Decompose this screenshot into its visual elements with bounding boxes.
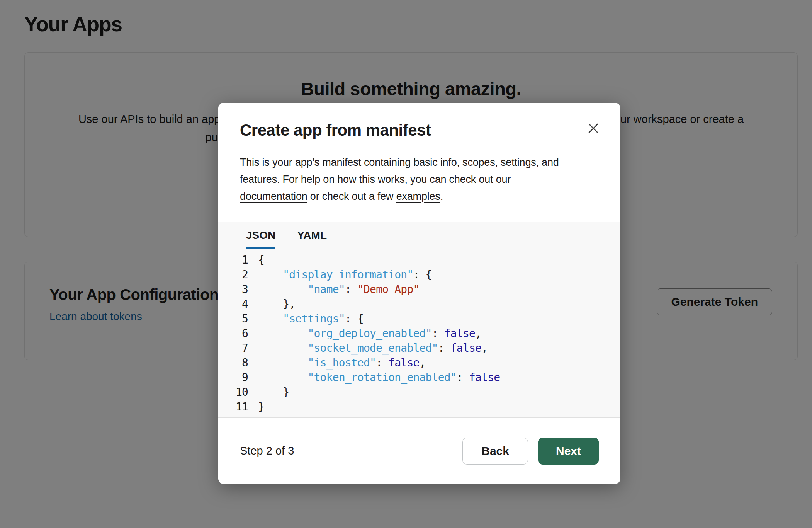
code-content: "display_information": { <box>251 267 432 282</box>
line-number: 1 <box>218 253 251 267</box>
code-line: 4 }, <box>218 297 620 312</box>
close-button[interactable] <box>585 120 602 137</box>
code-line: 7 "socket_mode_enabled": false, <box>218 341 620 356</box>
line-number: 10 <box>218 385 251 400</box>
line-number: 3 <box>218 282 251 297</box>
gutter-divider <box>251 249 251 417</box>
line-number: 4 <box>218 297 251 312</box>
code-line: 1{ <box>218 253 620 267</box>
manifest-code-editor[interactable]: 1{2 "display_information": {3 "name": "D… <box>218 249 620 418</box>
create-app-from-manifest-modal: Create app from manifest This is your ap… <box>218 103 620 484</box>
modal-title: Create app from manifest <box>240 121 599 140</box>
line-number: 9 <box>218 370 251 385</box>
line-number: 11 <box>218 400 251 414</box>
next-button[interactable]: Next <box>538 438 599 465</box>
code-line: 11} <box>218 400 620 414</box>
description-text: This is your app’s manifest containing b… <box>240 157 559 168</box>
code-content: "token_rotation_enabled": false <box>251 370 500 385</box>
code-line: 8 "is_hosted": false, <box>218 356 620 370</box>
line-number: 2 <box>218 267 251 282</box>
line-number: 6 <box>218 326 251 341</box>
code-content: "name": "Demo App" <box>251 282 420 297</box>
tab-yaml[interactable]: YAML <box>297 222 327 249</box>
code-line: 6 "org_deploy_enabled": false, <box>218 326 620 341</box>
line-number: 5 <box>218 312 251 326</box>
code-content: "org_deploy_enabled": false, <box>251 326 481 341</box>
description-text: . <box>440 191 443 202</box>
code-content: }, <box>251 297 295 312</box>
code-line: 9 "token_rotation_enabled": false <box>218 370 620 385</box>
tab-json[interactable]: JSON <box>246 222 275 249</box>
code-line: 10 } <box>218 385 620 400</box>
code-content: } <box>251 400 264 414</box>
modal-description-line: features. For help on how this works, yo… <box>240 171 599 188</box>
tab-bar: JSONYAML <box>218 222 620 249</box>
close-icon <box>587 122 600 135</box>
modal-description-line: This is your app’s manifest containing b… <box>240 154 599 171</box>
code-line: 5 "settings": { <box>218 312 620 326</box>
code-line: 3 "name": "Demo App" <box>218 282 620 297</box>
line-number: 7 <box>218 341 251 356</box>
back-button[interactable]: Back <box>462 438 528 465</box>
code-content: "is_hosted": false, <box>251 356 426 370</box>
examples-link[interactable]: examples <box>396 191 440 202</box>
modal-description: This is your app’s manifest containing b… <box>218 154 620 205</box>
code-content: } <box>251 385 289 400</box>
description-text: features. For help on how this works, yo… <box>240 174 511 185</box>
step-indicator: Step 2 of 3 <box>240 445 294 457</box>
documentation-link[interactable]: documentation <box>240 191 307 202</box>
code-line: 2 "display_information": { <box>218 267 620 282</box>
code-content: "socket_mode_enabled": false, <box>251 341 488 356</box>
code-content: "settings": { <box>251 312 364 326</box>
line-number: 8 <box>218 356 251 370</box>
code-content: { <box>251 253 264 267</box>
description-text: or check out a few <box>307 191 396 202</box>
modal-description-line: documentation or check out a few example… <box>240 188 599 205</box>
manifest-format-tabs-block: JSONYAML 1{2 "display_information": {3 "… <box>218 222 620 418</box>
